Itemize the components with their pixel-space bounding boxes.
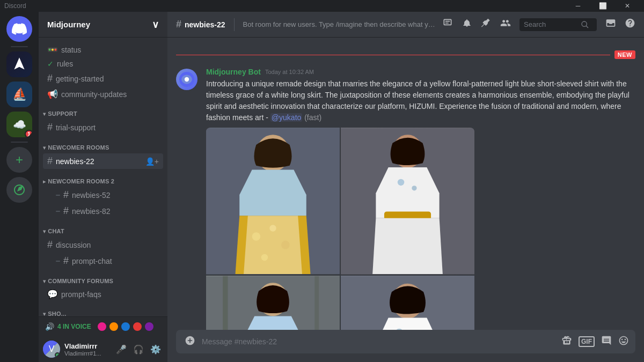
channel-item-rules[interactable]: ✓ rules xyxy=(43,57,163,70)
channel-name-discussion: discussion xyxy=(56,241,159,249)
message-text-input[interactable] xyxy=(202,333,557,350)
collapse-icon-support: ▾ xyxy=(43,111,46,117)
settings-button[interactable]: ⚙️ xyxy=(148,342,163,357)
channel-item-trial-support[interactable]: # trial-support xyxy=(43,120,163,135)
voice-avatar-1 xyxy=(97,321,107,332)
channel-item-newbies-22[interactable]: # newbies-22 👤+ xyxy=(43,153,163,169)
message-header: Midjourney Bot Today at 10:32 AM xyxy=(206,68,635,76)
user-avatar: V xyxy=(43,341,60,358)
message-fast-tag: (fast) xyxy=(304,113,321,122)
headphones-button[interactable]: 🎧 xyxy=(131,342,146,357)
channel-item-prompt-faqs[interactable]: 💬 prompt-faqs xyxy=(43,287,163,301)
title-bar: Discord ─ ⬜ ✕ xyxy=(0,0,644,12)
inbox-svg xyxy=(605,18,616,28)
top-bar: # newbies-22 Bot room for new users. Typ… xyxy=(167,12,644,38)
new-line-left xyxy=(176,55,610,55)
server-list: ⛵ ☁️ 1 + xyxy=(0,12,39,362)
threads-svg xyxy=(442,18,453,28)
message-input-bar: GIF xyxy=(176,330,635,353)
server-3-badge: 1 xyxy=(25,130,32,137)
compass-icon xyxy=(13,183,26,196)
server-separator xyxy=(11,46,28,47)
emoji-svg xyxy=(618,335,629,346)
members-svg xyxy=(500,18,511,28)
server-icon-home[interactable] xyxy=(6,16,32,42)
gift-icon[interactable] xyxy=(561,335,572,349)
collapse-icon-newcomer2: ▸ xyxy=(43,179,46,184)
close-button[interactable]: ✕ xyxy=(615,0,640,12)
channel-item-newbies-52[interactable]: # newbies-52 xyxy=(47,187,163,203)
voice-avatars xyxy=(97,321,155,332)
channel-hash-icon: # xyxy=(176,19,181,30)
threads-icon[interactable] xyxy=(442,18,453,31)
members-icon[interactable] xyxy=(500,18,511,31)
category-sho[interactable]: ▾ SHO... xyxy=(39,302,167,316)
announcement-icon: 📢 xyxy=(47,89,58,99)
restore-button[interactable]: ⬜ xyxy=(590,0,615,12)
minimize-button[interactable]: ─ xyxy=(566,0,590,12)
add-attachment-button[interactable] xyxy=(182,333,197,351)
channel-item-community-updates[interactable]: 📢 community-updates xyxy=(43,87,163,101)
help-icon[interactable] xyxy=(625,18,635,31)
category-support[interactable]: ▾ SUPPORT xyxy=(39,102,167,119)
add-server-button[interactable]: + xyxy=(6,147,32,173)
search-input[interactable] xyxy=(524,20,577,28)
message-author-name: Midjourney Bot xyxy=(206,68,261,76)
user-area: V Vladimirrr Vladimirrr#1... 🎤 🎧 ⚙️ xyxy=(39,336,167,362)
channel-name-status: status xyxy=(61,46,159,54)
add-icon: + xyxy=(16,152,23,167)
app-title: Discord xyxy=(4,2,26,10)
channel-name-community-updates: community-updates xyxy=(61,90,159,99)
explore-servers-button[interactable] xyxy=(6,177,32,203)
channel-item-status[interactable]: 🚥 status xyxy=(43,42,163,57)
add-member-icon[interactable]: 👤+ xyxy=(145,157,159,166)
server-icon-2[interactable]: ⛵ xyxy=(6,82,32,107)
search-bar[interactable] xyxy=(519,18,597,31)
fashion-svg-3 xyxy=(206,276,340,330)
title-bar-left: Discord xyxy=(4,2,26,10)
message-mention[interactable]: @yukato xyxy=(270,113,302,122)
pin-svg xyxy=(481,18,492,28)
mj-icon xyxy=(6,51,32,77)
channel-item-discussion[interactable]: # discussion xyxy=(43,237,163,253)
notification-icon[interactable] xyxy=(462,18,472,31)
channel-item-newbies-82[interactable]: # newbies-82 xyxy=(47,203,163,219)
emoji-icon[interactable] xyxy=(618,335,629,349)
hash-icon-discussion: # xyxy=(47,239,53,250)
server-icon-midjourney[interactable] xyxy=(6,51,32,77)
channel-name-newbies-52: newbies-52 xyxy=(72,191,159,200)
category-sho-label: SHO... xyxy=(48,311,66,316)
avatar-letter: V xyxy=(49,344,55,354)
voice-avatar-4 xyxy=(132,321,143,332)
inbox-icon[interactable] xyxy=(605,18,616,31)
category-newcomer-label: NEWCOMER ROOMS xyxy=(48,144,109,151)
message-text: Introducing a unique remade design that … xyxy=(206,78,635,123)
channel-item-prompt-chat[interactable]: # prompt-chat xyxy=(47,253,163,269)
message-avatar xyxy=(176,69,197,90)
hash-icon-1: # xyxy=(47,73,53,84)
channel-name-prompt-faqs: prompt-faqs xyxy=(61,290,159,299)
collapse-icon-newcomer: ▾ xyxy=(43,145,46,151)
category-chat[interactable]: ▾ CHAT xyxy=(39,219,167,237)
gif-icon[interactable]: GIF xyxy=(579,336,595,347)
category-community-forums[interactable]: ▾ COMMUNITY FORUMS xyxy=(39,269,167,286)
category-newcomer-rooms-2[interactable]: ▸ NEWCOMER ROOMS 2 xyxy=(39,169,167,187)
pin-icon[interactable] xyxy=(481,18,492,31)
mic-button[interactable]: 🎤 xyxy=(114,342,129,357)
fashion-svg-1 xyxy=(206,128,340,275)
top-bar-actions xyxy=(442,18,635,31)
sticker-icon[interactable] xyxy=(601,335,612,349)
server-icon-3[interactable]: ☁️ 1 xyxy=(6,112,32,137)
message-input-area: GIF xyxy=(167,330,644,362)
server-3-icon: ☁️ xyxy=(13,118,26,131)
discriminator-label: Vladimirrr#1... xyxy=(64,350,109,357)
new-badge: NEW xyxy=(614,50,635,59)
app-container: Discord ─ ⬜ ✕ xyxy=(0,0,644,362)
server-name: Midjourney xyxy=(47,20,90,29)
server-2-icon: ⛵ xyxy=(12,87,27,101)
fashion-svg-2 xyxy=(341,128,474,275)
midjourney-logo-icon xyxy=(11,56,28,73)
channel-item-getting-started[interactable]: # getting-started xyxy=(43,71,163,86)
category-newcomer-rooms[interactable]: ▾ NEWCOMER ROOMS xyxy=(39,136,167,153)
server-header[interactable]: Midjourney ∨ xyxy=(39,12,167,38)
